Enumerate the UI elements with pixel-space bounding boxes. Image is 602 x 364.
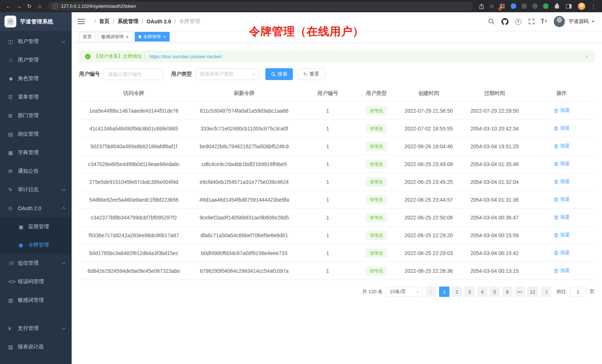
sidebar-item[interactable]: ☻ 角色管理 <box>0 69 72 88</box>
extension-dark2-icon[interactable] <box>532 3 538 9</box>
force-logout-button[interactable]: 强退 <box>554 125 570 132</box>
alert-close-icon[interactable]: × <box>585 53 589 60</box>
page-number-button[interactable]: 1 <box>439 287 449 297</box>
user-id-input[interactable] <box>104 68 163 80</box>
github-icon[interactable] <box>501 17 509 26</box>
extensions-puzzle-icon[interactable] <box>555 5 559 9</box>
share-icon[interactable] <box>477 1 486 11</box>
user-name[interactable]: 芋道源码 <box>569 18 589 25</box>
fullscreen-icon[interactable] <box>527 17 536 26</box>
doc-link[interactable]: https://doc.iocoder.cn/user-center/ <box>149 54 222 59</box>
access-token-cell: f9336e7c7dd242a283ee98dc86b17a87 <box>79 226 189 244</box>
app-logo[interactable]: 芋道管理系统 <box>0 12 72 31</box>
page-number-button[interactable]: 6 <box>502 287 513 297</box>
refresh-token-cell: 811c530487574fa0af1a59d3abc1aa66 <box>189 102 300 120</box>
next-page-button[interactable] <box>541 287 551 297</box>
browser-profile-avatar[interactable] <box>578 3 585 10</box>
menu-item-label: 通知公告 <box>18 168 39 175</box>
reload-icon[interactable]: ↻ <box>24 1 34 11</box>
refresh-token-cell: e6cfd40eb1f54571a31e775e039c4624 <box>189 173 300 191</box>
page-number-button[interactable]: 4 <box>477 287 487 297</box>
extension-blue-icon[interactable] <box>511 3 516 9</box>
page-number-button[interactable]: 5 <box>490 287 500 297</box>
menu-item-icon: ✎ <box>8 187 18 193</box>
user-type-select[interactable]: 请选择用户类型 <box>196 68 259 80</box>
force-logout-button[interactable]: 强退 <box>554 107 570 114</box>
sidebar-item[interactable]: </> 错误码管理 <box>0 272 72 291</box>
sidebar-item[interactable]: ▤ 岗位管理 <box>0 125 72 143</box>
sidebar-item[interactable]: ✉ 通知公告 <box>0 162 72 181</box>
top-navbar: / 首页 / 系统管理 / OAuth 2.0 / <box>72 12 602 31</box>
browser-menu-icon[interactable]: ⋮ <box>589 1 598 11</box>
sidebar-item[interactable]: ☏ 短信管理 <box>0 254 72 272</box>
extension-green-icon[interactable] <box>543 3 549 9</box>
prev-page-button[interactable] <box>426 287 436 297</box>
force-logout-button[interactable]: 强退 <box>554 161 570 167</box>
tab-close-icon[interactable]: × <box>163 34 166 39</box>
back-icon[interactable]: ← <box>4 1 13 11</box>
sidebar-item[interactable]: ¥ 支付管理 <box>0 319 72 338</box>
force-logout-button[interactable]: 强退 <box>554 214 570 221</box>
tab[interactable]: 敏感词管理 × <box>98 32 132 42</box>
search-icon[interactable] <box>487 17 495 26</box>
force-logout-button[interactable]: 强退 <box>554 143 570 149</box>
sidebar-item[interactable]: ◫ 租户管理 <box>0 32 72 51</box>
user-avatar[interactable] <box>554 16 565 27</box>
extension-dark-icon[interactable] <box>521 3 527 9</box>
font-size-icon[interactable]: TT <box>541 17 547 26</box>
force-logout-button[interactable]: 强退 <box>554 196 570 203</box>
sidebar-item[interactable]: ▦ 字典管理 <box>0 143 72 162</box>
help-icon[interactable]: ? <box>514 17 522 26</box>
force-logout-label: 强退 <box>560 232 570 238</box>
address-bar[interactable]: i 127.0.0.1:1024/system/oauth2/token <box>48 2 473 11</box>
side-panel-icon[interactable] <box>566 4 572 9</box>
sidebar-item[interactable]: ⊙ OAuth 2.0 <box>0 199 72 218</box>
forward-icon[interactable]: → <box>14 1 24 11</box>
extension-grid-icon[interactable] <box>500 4 505 9</box>
bookmark-star-icon[interactable]: ☆ <box>487 1 497 11</box>
page-size-select[interactable]: 10条/页 <box>386 287 423 297</box>
reset-button[interactable]: ↻ 重置 <box>297 68 325 80</box>
caret-down-icon[interactable] <box>592 21 595 23</box>
sidebar-item[interactable]: ◉ 令牌管理 <box>0 236 72 254</box>
sidebar-item[interactable]: ▧ 报表设计器 <box>0 338 72 356</box>
page-number-button[interactable]: 3 <box>464 287 475 297</box>
sidebar-item[interactable]: ▥ 敏感词管理 <box>0 291 72 310</box>
sidebar-item[interactable]: ▣ 应用管理 <box>0 218 72 236</box>
breadcrumb-item[interactable]: / OAuth 2.0 <box>138 19 171 24</box>
force-logout-button[interactable]: 强退 <box>554 267 570 274</box>
force-logout-button[interactable]: 强退 <box>554 232 570 238</box>
user-type-cell: 管理员 <box>356 173 397 191</box>
column-header: 刷新令牌 <box>189 85 300 102</box>
menu-item-icon: ✉ <box>8 168 18 174</box>
breadcrumb-separator: / <box>113 19 114 24</box>
user-type-tag: 管理员 <box>366 124 387 133</box>
tab-close-icon[interactable]: × <box>126 34 129 39</box>
page-number-button[interactable]: 12 <box>527 287 538 297</box>
force-logout-label: 强退 <box>560 161 570 167</box>
force-logout-label: 强退 <box>560 143 570 149</box>
page-content: ✓ 【用户体系】文档地址： https://doc.iocoder.cn/use… <box>72 43 602 364</box>
site-info-icon[interactable]: i <box>53 4 58 9</box>
page-number-button[interactable]: ••• <box>515 287 525 297</box>
tab[interactable]: 令牌管理 × <box>135 32 170 42</box>
expire-time-cell: 2054-03-04 00:15:42 <box>460 244 529 262</box>
search-button[interactable]: 搜索 <box>265 68 293 80</box>
sidebar-item[interactable]: ☺ 用户管理 <box>0 51 72 69</box>
actions-cell: 强退 <box>529 262 595 280</box>
breadcrumb-item[interactable]: / 首页 <box>91 18 109 25</box>
refresh-token-cell: 8796295f04064c2983414cc54af1097a <box>189 262 300 280</box>
sidebar-item[interactable]: ✎ 审计日志 <box>0 181 72 199</box>
home-icon[interactable]: ⌂ <box>35 1 45 11</box>
page-number-button[interactable]: 2 <box>452 287 462 297</box>
force-logout-button[interactable]: 强退 <box>554 178 570 185</box>
breadcrumb-item[interactable]: / 令牌管理 <box>171 18 200 25</box>
sidebar-item[interactable]: ☰ 菜单管理 <box>0 88 72 106</box>
sidebar-toggle-icon[interactable] <box>78 19 85 24</box>
force-logout-button[interactable]: 强退 <box>554 249 570 256</box>
sidebar-item[interactable]: ⊞ 部门管理 <box>0 106 72 125</box>
breadcrumb-item[interactable]: / 系统管理 <box>109 18 138 25</box>
logo-image <box>4 16 16 27</box>
goto-page-input[interactable] <box>570 287 586 297</box>
tab[interactable]: 首页 × <box>79 32 95 42</box>
